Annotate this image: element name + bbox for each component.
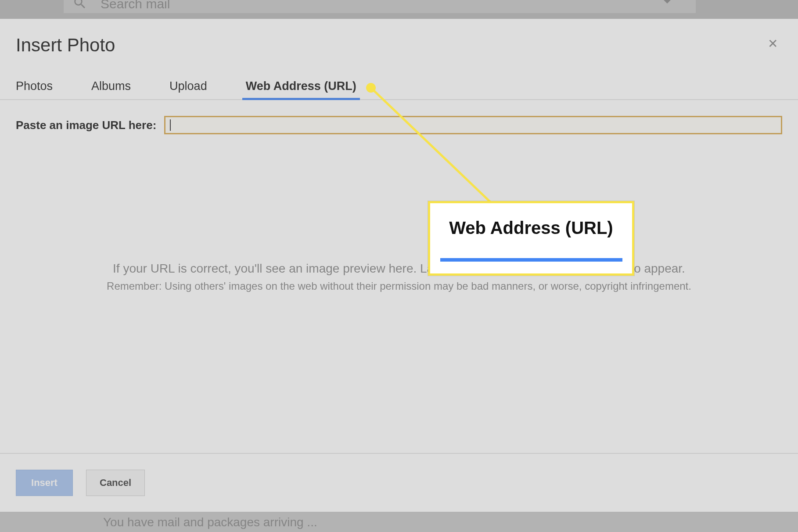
background-toolbar: Search mail: [0, 0, 798, 18]
tab-photos[interactable]: Photos: [16, 73, 53, 99]
modal-title: Insert Photo: [16, 35, 115, 56]
tab-label: Albums: [91, 79, 131, 93]
tab-label: Photos: [16, 79, 53, 93]
background-search-field: Search mail: [64, 0, 696, 13]
tab-web-address-url[interactable]: Web Address (URL): [246, 73, 356, 99]
insert-button[interactable]: Insert: [16, 470, 73, 496]
modal-content: Paste an image URL here: If your URL is …: [0, 100, 798, 453]
modal-header: Insert Photo ✕: [0, 19, 798, 56]
close-icon: ✕: [768, 37, 778, 50]
annotation-callout-underline: [440, 258, 622, 262]
button-label: Cancel: [100, 477, 131, 488]
preview-hint-line2: Remember: Using others' images on the we…: [16, 280, 782, 292]
preview-hint-block: If your URL is correct, you'll see an im…: [16, 262, 782, 292]
tab-label: Upload: [169, 79, 207, 93]
cancel-button[interactable]: Cancel: [86, 470, 145, 496]
button-label: Insert: [31, 477, 58, 488]
insert-photo-modal: Insert Photo ✕ Photos Albums Upload Web …: [0, 18, 798, 512]
tab-bar: Photos Albums Upload Web Address (URL): [0, 56, 798, 100]
preview-hint-line1: If your URL is correct, you'll see an im…: [16, 262, 782, 276]
tab-albums[interactable]: Albums: [91, 73, 131, 99]
tab-label: Web Address (URL): [246, 79, 356, 93]
url-input-label: Paste an image URL here:: [16, 119, 156, 132]
url-input[interactable]: [164, 116, 782, 134]
text-cursor: [170, 119, 171, 131]
annotation-callout: Web Address (URL): [428, 201, 634, 276]
background-search-placeholder: Search mail: [101, 0, 170, 11]
background-bottom-text: You have mail and packages arriving ...: [103, 515, 317, 529]
modal-footer: Insert Cancel: [0, 453, 798, 512]
close-button[interactable]: ✕: [763, 35, 782, 53]
chevron-down-icon: [663, 0, 672, 4]
background-bottom-row: You have mail and packages arriving ...: [0, 512, 798, 532]
tab-upload[interactable]: Upload: [169, 73, 207, 99]
annotation-callout-text: Web Address (URL): [449, 218, 613, 238]
url-input-row: Paste an image URL here:: [16, 116, 782, 134]
search-icon: [72, 0, 87, 12]
